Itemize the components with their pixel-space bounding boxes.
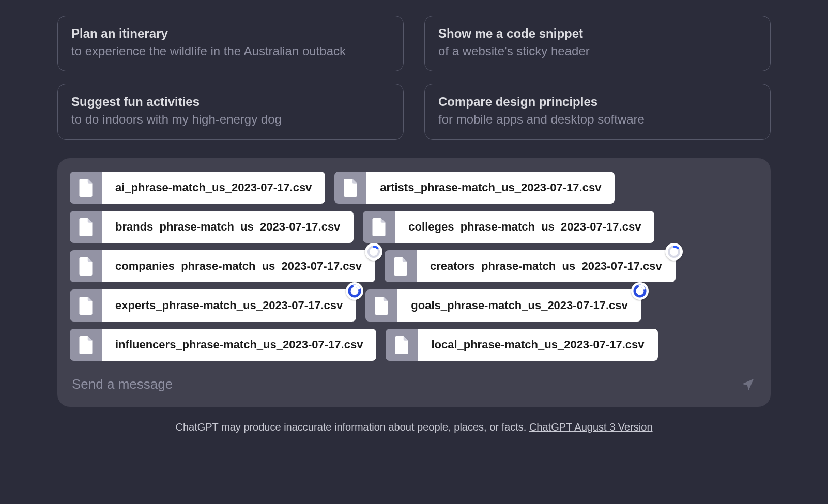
suggestion-subtitle: of a website's sticky header [438, 44, 757, 58]
attachment-filename: artists_phrase-match_us_2023-07-17.csv [366, 172, 615, 204]
attachment-filename: local_phrase-match_us_2023-07-17.csv [418, 329, 657, 361]
file-icon [385, 250, 417, 282]
suggestion-card[interactable]: Plan an itinerary to experience the wild… [57, 16, 404, 71]
suggestion-card[interactable]: Compare design principles for mobile app… [424, 84, 771, 140]
attachment-filename: influencers_phrase-match_us_2023-07-17.c… [102, 329, 376, 361]
attachment-filename: brands_phrase-match_us_2023-07-17.csv [102, 211, 354, 243]
suggestion-title: Show me a code snippet [438, 26, 757, 41]
suggestion-card[interactable]: Show me a code snippet of a website's st… [424, 16, 771, 71]
attachment-row: companies_phrase-match_us_2023-07-17.csv… [70, 250, 758, 282]
file-icon [363, 211, 395, 243]
file-icon [70, 172, 102, 204]
attachment-chip[interactable]: experts_phrase-match_us_2023-07-17.csv [70, 289, 356, 322]
footer-version-link[interactable]: ChatGPT August 3 Version [529, 421, 653, 433]
file-icon [70, 250, 102, 282]
composer: ai_phrase-match_us_2023-07-17.csv artist… [57, 158, 771, 407]
attachment-row: brands_phrase-match_us_2023-07-17.csv co… [70, 211, 758, 243]
footer-text: ChatGPT may produce inaccurate informati… [175, 421, 529, 433]
loading-spinner-icon [346, 282, 363, 300]
attachment-chip[interactable]: influencers_phrase-match_us_2023-07-17.c… [70, 329, 376, 361]
attachment-filename: creators_phrase-match_us_2023-07-17.csv [417, 250, 676, 282]
loading-spinner-icon [365, 243, 382, 261]
attachment-row: experts_phrase-match_us_2023-07-17.csv g… [70, 289, 758, 322]
attachment-chip[interactable]: creators_phrase-match_us_2023-07-17.csv [385, 250, 676, 282]
attachment-chip[interactable]: companies_phrase-match_us_2023-07-17.csv [70, 250, 375, 282]
attachment-chip[interactable]: ai_phrase-match_us_2023-07-17.csv [70, 172, 325, 204]
attachment-chip[interactable]: local_phrase-match_us_2023-07-17.csv [386, 329, 657, 361]
attachment-chip[interactable]: goals_phrase-match_us_2023-07-17.csv [365, 289, 641, 322]
send-button[interactable] [738, 374, 758, 395]
attachment-list: ai_phrase-match_us_2023-07-17.csv artist… [70, 172, 758, 361]
attachment-filename: goals_phrase-match_us_2023-07-17.csv [397, 289, 641, 322]
loading-spinner-icon [631, 282, 649, 300]
suggestion-subtitle: to do indoors with my high-energy dog [71, 112, 390, 127]
attachment-filename: experts_phrase-match_us_2023-07-17.csv [102, 289, 356, 322]
file-icon [70, 329, 102, 361]
suggestion-title: Suggest fun activities [71, 95, 390, 109]
attachment-filename: colleges_phrase-match_us_2023-07-17.csv [395, 211, 654, 243]
file-icon [365, 289, 397, 322]
file-icon [334, 172, 366, 204]
attachment-row: influencers_phrase-match_us_2023-07-17.c… [70, 329, 758, 361]
suggestion-grid: Plan an itinerary to experience the wild… [57, 16, 771, 140]
suggestion-card[interactable]: Suggest fun activities to do indoors wit… [57, 84, 404, 140]
loading-spinner-icon [665, 243, 683, 261]
attachment-chip[interactable]: brands_phrase-match_us_2023-07-17.csv [70, 211, 354, 243]
file-icon [70, 289, 102, 322]
send-icon [740, 377, 756, 392]
suggestion-title: Compare design principles [438, 95, 757, 109]
message-input[interactable] [70, 372, 729, 396]
file-icon [70, 211, 102, 243]
suggestion-subtitle: to experience the wildlife in the Austra… [71, 44, 390, 58]
suggestion-title: Plan an itinerary [71, 26, 390, 41]
attachment-filename: ai_phrase-match_us_2023-07-17.csv [102, 172, 325, 204]
attachment-chip[interactable]: artists_phrase-match_us_2023-07-17.csv [334, 172, 615, 204]
suggestion-subtitle: for mobile apps and desktop software [438, 112, 757, 127]
attachment-row: ai_phrase-match_us_2023-07-17.csv artist… [70, 172, 758, 204]
attachment-filename: companies_phrase-match_us_2023-07-17.csv [102, 250, 375, 282]
attachment-chip[interactable]: colleges_phrase-match_us_2023-07-17.csv [363, 211, 654, 243]
file-icon [386, 329, 418, 361]
footer-note: ChatGPT may produce inaccurate informati… [57, 421, 771, 433]
